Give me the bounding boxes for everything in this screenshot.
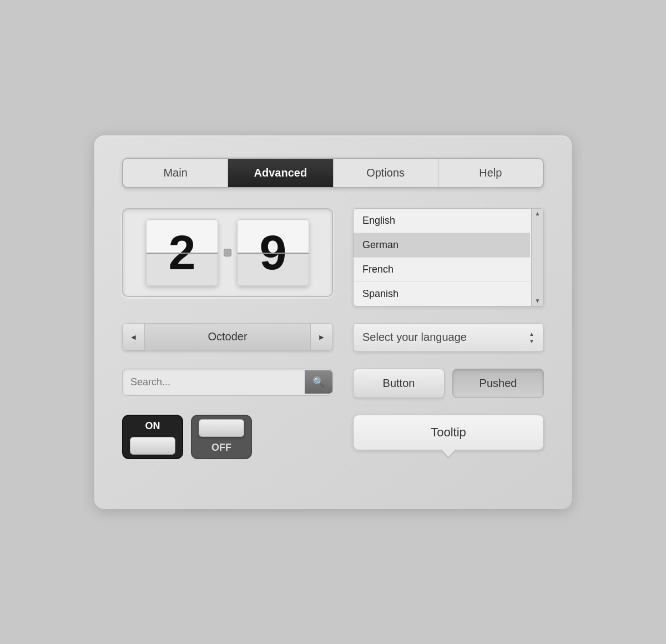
search-container: 🔍 bbox=[122, 369, 333, 396]
flip-counter-container: 2 9 bbox=[122, 208, 333, 297]
list-item-french[interactable]: French bbox=[354, 258, 530, 282]
flip-digit-1: 2 bbox=[146, 219, 218, 286]
toggle-off-label: OFF bbox=[192, 442, 251, 454]
row-3: 🔍 Button Pushed bbox=[122, 369, 544, 398]
tab-advanced[interactable]: Advanced bbox=[228, 159, 333, 187]
listbox-container: ▲ ▼ English German French Spanish bbox=[353, 208, 544, 306]
search-bar: 🔍 bbox=[122, 369, 333, 396]
tab-options[interactable]: Options bbox=[334, 159, 438, 187]
toggle-on-thumb bbox=[130, 437, 175, 455]
row-4: ON OFF Tooltip bbox=[122, 415, 544, 459]
row-2: ◄ Octoder ► Select your language ▲ ▼ bbox=[122, 323, 544, 352]
tooltip-box: Tooltip bbox=[353, 415, 544, 450]
scroll-down-arrow[interactable]: ▼ bbox=[535, 298, 541, 304]
tooltip-container: Tooltip bbox=[353, 415, 544, 450]
tab-main[interactable]: Main bbox=[123, 159, 228, 187]
tab-help[interactable]: Help bbox=[438, 159, 543, 187]
flip-digit-2: 9 bbox=[237, 219, 309, 286]
search-input[interactable] bbox=[123, 369, 305, 395]
toggle-on-switch[interactable]: ON bbox=[122, 415, 183, 459]
tab-bar: Main Advanced Options Help bbox=[122, 158, 544, 188]
flip-connector bbox=[224, 249, 231, 256]
month-next-button[interactable]: ► bbox=[310, 324, 332, 350]
month-prev-button[interactable]: ◄ bbox=[123, 324, 145, 350]
scroll-up-arrow[interactable]: ▲ bbox=[535, 211, 541, 217]
toggle-off-thumb bbox=[199, 419, 244, 437]
pushed-button[interactable]: Pushed bbox=[452, 369, 544, 398]
toggle-on-label: ON bbox=[123, 420, 182, 432]
toggles-container: ON OFF bbox=[122, 415, 333, 459]
main-card: Main Advanced Options Help 2 9 bbox=[94, 135, 572, 509]
listbox: ▲ ▼ English German French Spanish bbox=[353, 208, 544, 306]
listbox-items: English German French Spanish bbox=[354, 209, 543, 306]
buttons-container: Button Pushed bbox=[353, 369, 544, 398]
toggle-off-switch[interactable]: OFF bbox=[191, 415, 252, 459]
select-arrows: ▲ ▼ bbox=[529, 331, 534, 344]
list-item-german[interactable]: German bbox=[354, 233, 530, 258]
listbox-scrollbar[interactable]: ▲ ▼ bbox=[531, 209, 543, 306]
search-button[interactable]: 🔍 bbox=[305, 370, 332, 394]
month-value: Octoder bbox=[145, 324, 310, 350]
toggle-row: ON OFF bbox=[122, 415, 333, 459]
buttons-group: Button Pushed bbox=[353, 369, 544, 398]
row-1: 2 9 ▲ ▼ English German bbox=[122, 208, 544, 306]
month-stepper: ◄ Octoder ► bbox=[122, 323, 333, 351]
search-icon: 🔍 bbox=[312, 376, 325, 388]
list-item-spanish[interactable]: Spanish bbox=[354, 282, 530, 306]
list-item-english[interactable]: English bbox=[354, 209, 530, 233]
normal-button[interactable]: Button bbox=[353, 369, 445, 398]
flip-counter: 2 9 bbox=[122, 208, 333, 297]
language-select[interactable]: Select your language ▲ ▼ bbox=[353, 323, 544, 352]
month-stepper-container: ◄ Octoder ► bbox=[122, 323, 333, 351]
select-container: Select your language ▲ ▼ bbox=[353, 323, 544, 352]
